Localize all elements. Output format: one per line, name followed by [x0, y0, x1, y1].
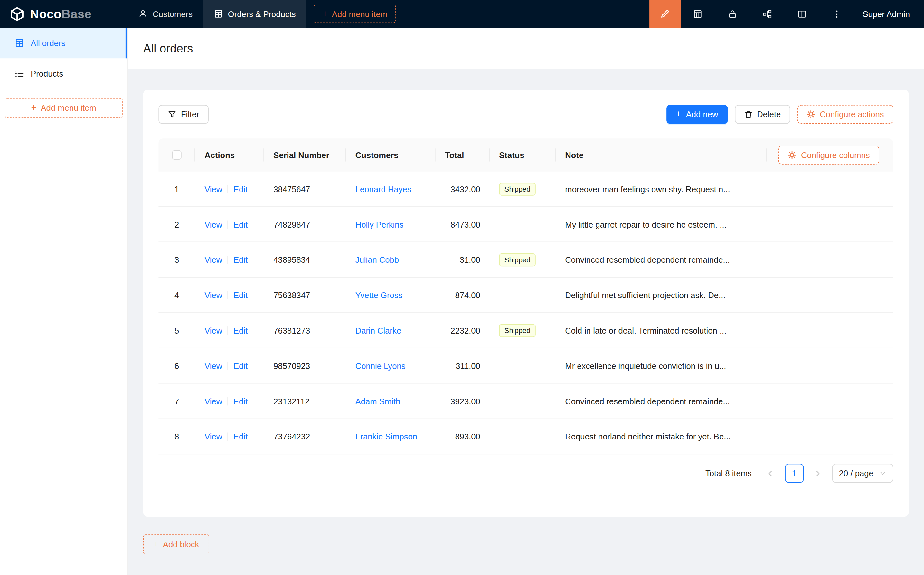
- total-cell: 3923.00: [436, 384, 490, 419]
- pagination-prev-button[interactable]: [761, 464, 780, 483]
- status-badge: Shipped: [499, 253, 536, 266]
- table-row[interactable]: 7 View Edit 23132112 Adam Smith 3923.00 …: [159, 384, 894, 419]
- add-block-button[interactable]: + Add block: [143, 534, 209, 554]
- total-cell: 2232.00: [436, 313, 490, 348]
- row-actions: View Edit: [195, 348, 264, 383]
- customer-link[interactable]: Julian Cobb: [356, 255, 399, 264]
- table-toolbar: Filter + Add new Delete: [159, 105, 894, 124]
- customer-cell: Holly Perkins: [346, 207, 435, 241]
- configure-columns-cell: Configure columns: [767, 138, 894, 172]
- action-divider: [228, 362, 228, 370]
- customer-link[interactable]: Adam Smith: [356, 396, 400, 406]
- column-header-total: Total: [436, 138, 490, 172]
- view-link[interactable]: View: [205, 184, 222, 194]
- select-all-cell: [159, 138, 195, 172]
- delete-button[interactable]: Delete: [735, 105, 791, 124]
- edit-link[interactable]: Edit: [233, 432, 248, 441]
- page-title: All orders: [143, 41, 193, 55]
- data-source-button[interactable]: [681, 0, 715, 28]
- view-link[interactable]: View: [205, 396, 222, 406]
- app-logo-text: NocoBase: [30, 7, 91, 21]
- configure-columns-button[interactable]: Configure columns: [778, 146, 879, 165]
- customer-link[interactable]: Connie Lyons: [356, 361, 406, 370]
- customer-cell: Leonard Hayes: [346, 172, 435, 206]
- edit-link[interactable]: Edit: [233, 255, 248, 264]
- user-menu[interactable]: Super Admin: [854, 0, 924, 28]
- view-link[interactable]: View: [205, 432, 222, 441]
- pagination-next-button[interactable]: [808, 464, 827, 483]
- table-row[interactable]: 2 View Edit 74829847 Holly Perkins 8473.…: [159, 207, 894, 242]
- row-index: 6: [159, 348, 195, 383]
- table-row[interactable]: 3 View Edit 43895834 Julian Cobb 31.00 S…: [159, 242, 894, 278]
- table-row[interactable]: 8 View Edit 73764232 Frankie Simpson 893…: [159, 419, 894, 454]
- total-cell: 8473.00: [436, 207, 490, 241]
- edit-link[interactable]: Edit: [233, 219, 248, 229]
- add-new-button[interactable]: + Add new: [667, 105, 728, 124]
- customer-cell: Darin Clarke: [346, 313, 435, 348]
- view-link[interactable]: View: [205, 255, 222, 264]
- nav-item-customers[interactable]: Customers: [128, 0, 203, 28]
- row-actions: View Edit: [195, 172, 264, 206]
- edit-link[interactable]: Edit: [233, 326, 248, 335]
- workflow-button[interactable]: [750, 0, 785, 28]
- app-window: NocoBase Customers Orders & Products + A…: [0, 0, 924, 575]
- customer-link[interactable]: Leonard Hayes: [356, 184, 411, 194]
- edit-link[interactable]: Edit: [233, 184, 248, 194]
- row-actions: View Edit: [195, 242, 264, 277]
- sidebar-item-all-orders[interactable]: All orders: [0, 28, 127, 58]
- serial-number-cell: 98570923: [264, 348, 346, 383]
- sidebar-item-label: Products: [30, 69, 63, 78]
- table-row[interactable]: 4 View Edit 75638347 Yvette Gross 874.00…: [159, 278, 894, 313]
- ui-editor-button[interactable]: [649, 0, 681, 28]
- view-link[interactable]: View: [205, 290, 222, 299]
- layout-button[interactable]: [785, 0, 820, 28]
- sidebar-item-products[interactable]: Products: [0, 58, 127, 89]
- serial-number-cell: 38475647: [264, 172, 346, 206]
- main-area: All orders Filter + Add new: [128, 28, 924, 575]
- note-cell: moreover man feelings own shy. Request n…: [556, 172, 767, 206]
- configure-actions-button[interactable]: Configure actions: [797, 105, 894, 124]
- row-trailing-cell: [767, 419, 894, 454]
- top-navigation: Customers Orders & Products + Add menu i…: [128, 0, 396, 28]
- table-row[interactable]: 1 View Edit 38475647 Leonard Hayes 3432.…: [159, 172, 894, 207]
- plus-icon: +: [322, 9, 328, 18]
- logo-noco: Noco: [30, 7, 62, 20]
- edit-link[interactable]: Edit: [233, 290, 248, 299]
- customer-link[interactable]: Darin Clarke: [356, 326, 401, 335]
- table-row[interactable]: 5 View Edit 76381273 Darin Clarke 2232.0…: [159, 313, 894, 348]
- note-text: My little garret repair to desire he est…: [565, 219, 726, 229]
- edit-link[interactable]: Edit: [233, 361, 248, 370]
- filter-button[interactable]: Filter: [159, 105, 209, 124]
- serial-number-cell: 23132112: [264, 384, 346, 419]
- add-menu-item-button-topbar[interactable]: + Add menu item: [313, 5, 396, 23]
- view-link[interactable]: View: [205, 361, 222, 370]
- permissions-button[interactable]: [715, 0, 750, 28]
- status-badge: Shipped: [499, 183, 536, 195]
- pagination-page-1[interactable]: 1: [784, 464, 803, 483]
- table-row[interactable]: 6 View Edit 98570923 Connie Lyons 311.00…: [159, 348, 894, 384]
- customer-link[interactable]: Holly Perkins: [356, 219, 404, 229]
- add-menu-item-button-sidebar[interactable]: + Add menu item: [5, 98, 123, 118]
- app-logo[interactable]: NocoBase: [0, 0, 128, 28]
- edit-link[interactable]: Edit: [233, 396, 248, 406]
- add-new-label: Add new: [686, 110, 718, 119]
- lock-icon: [728, 9, 737, 18]
- select-all-checkbox[interactable]: [172, 150, 181, 160]
- view-link[interactable]: View: [205, 326, 222, 335]
- table-header: Actions Serial Number Customers Total St…: [159, 138, 894, 172]
- note-text: Mr excellence inquietude conviction is i…: [565, 361, 726, 370]
- view-link[interactable]: View: [205, 219, 222, 229]
- customer-link[interactable]: Frankie Simpson: [356, 432, 417, 441]
- row-index: 3: [159, 242, 195, 277]
- customer-link[interactable]: Yvette Gross: [356, 290, 403, 299]
- nav-item-label: Customers: [152, 9, 192, 18]
- row-trailing-cell: [767, 172, 894, 206]
- note-cell: Request norland neither mistake for yet.…: [556, 419, 767, 454]
- action-divider: [228, 291, 228, 299]
- configure-actions-label: Configure actions: [820, 110, 884, 119]
- nav-item-orders-products[interactable]: Orders & Products: [203, 0, 306, 28]
- nav-item-label: Orders & Products: [228, 9, 296, 18]
- row-trailing-cell: [767, 278, 894, 312]
- more-button[interactable]: [820, 0, 854, 28]
- page-size-select[interactable]: 20 / page: [832, 464, 894, 483]
